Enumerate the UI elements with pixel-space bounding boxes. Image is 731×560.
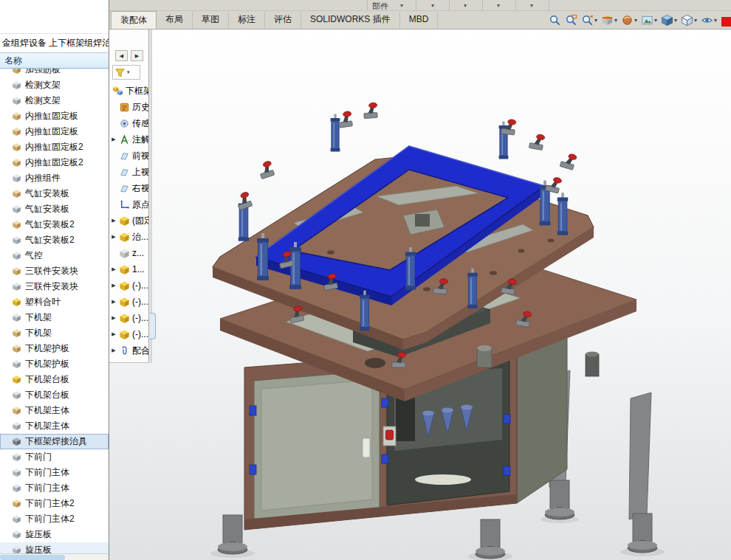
dropdown-arrow-icon[interactable]: ▾ <box>400 2 403 9</box>
parts-list-item[interactable]: 检测支架 <box>0 93 109 108</box>
zoom-fit-button[interactable] <box>548 12 562 28</box>
air-cylinder[interactable] <box>467 269 478 308</box>
apply-scene-button[interactable]: ▾ <box>640 12 658 28</box>
parts-list-item[interactable]: 下前门主体 <box>0 465 109 480</box>
feature-tree-item[interactable]: ▶治... <box>109 229 148 245</box>
parts-list-item[interactable]: 内推缸固定板 <box>0 108 109 124</box>
feature-tree-item[interactable]: ▶(-)... <box>109 310 148 326</box>
air-cylinder[interactable] <box>257 233 269 280</box>
parts-list-item[interactable]: 下前门主体2 <box>0 496 109 511</box>
parts-list-item[interactable]: 下机架台板 <box>0 387 109 403</box>
graphics-viewport[interactable]: ◀ ▶ ▾ 下框架 历史记录传感器▶注解前视基准面上视基准面右视基准面原点▶(固… <box>109 30 731 560</box>
ribbon-tab[interactable]: 标注 <box>229 11 265 29</box>
feature-tree-item[interactable]: 右视基准面 <box>109 180 148 196</box>
parts-list-item[interactable]: 气控 <box>0 248 109 263</box>
scrollbar-thumb[interactable] <box>0 555 65 560</box>
feature-tree-item[interactable]: ▶(固定)... <box>109 212 148 229</box>
parts-list-item[interactable]: 气缸安装板2 <box>0 217 109 232</box>
feature-tree-item[interactable]: 前视基准面 <box>109 148 148 164</box>
parts-list-item[interactable]: 气缸安装板 <box>0 186 109 201</box>
previous-view-button[interactable]: ▾ <box>580 12 598 28</box>
dropdown-arrow-icon[interactable]: ▾ <box>654 17 657 24</box>
ribbon-tab[interactable]: 草图 <box>193 11 229 29</box>
parts-list-item[interactable]: 下前门主体2 <box>0 511 109 527</box>
fm-forward-button[interactable]: ▶ <box>131 50 143 61</box>
dropdown-arrow-icon[interactable]: ▾ <box>464 2 467 9</box>
parts-list-item[interactable]: 内推组件 <box>0 170 109 186</box>
feature-tree-item[interactable]: 传感器 <box>109 115 148 131</box>
dropdown-arrow-icon[interactable]: ▾ <box>530 2 533 9</box>
ribbon-tab[interactable]: 布局 <box>157 11 193 29</box>
dropdown-arrow-icon[interactable]: ▾ <box>694 17 697 24</box>
air-cylinder[interactable] <box>360 291 370 331</box>
dropdown-arrow-icon[interactable]: ▾ <box>594 17 597 24</box>
air-cylinder[interactable] <box>557 193 568 235</box>
leveling-foot[interactable] <box>476 519 505 559</box>
leveling-foot[interactable] <box>218 515 247 554</box>
feature-tree-root[interactable]: 下框架 <box>109 83 148 99</box>
parts-list-item[interactable]: 下机架台板 <box>0 372 109 387</box>
parts-list-hscrollbar[interactable] <box>0 553 109 560</box>
feature-tree-item[interactable]: ▶(-)... <box>109 277 148 294</box>
parts-list-item[interactable]: 旋压板 <box>0 527 109 542</box>
dropdown-arrow-icon[interactable]: ▾ <box>714 17 717 24</box>
parts-list-item[interactable]: 检测支架 <box>0 77 109 93</box>
ribbon-tab[interactable]: 评估 <box>265 11 301 29</box>
feature-tree-item[interactable]: z... <box>109 245 148 261</box>
parts-list-item[interactable]: 三联件安装块 <box>0 279 109 294</box>
section-view-button[interactable]: ▾ <box>600 12 618 28</box>
expand-arrow-icon[interactable]: ▶ <box>111 331 117 337</box>
parts-list-item[interactable]: 三联件安装块 <box>0 263 109 279</box>
feature-tree-item[interactable]: 上视基准面 <box>109 164 148 180</box>
dropdown-arrow-icon[interactable]: ▾ <box>431 2 434 9</box>
parts-list-item[interactable]: 下机架 <box>0 310 109 325</box>
display-style-button[interactable]: ▾ <box>680 12 698 28</box>
parts-list-item[interactable]: 下机架护板 <box>0 341 109 356</box>
dropdown-arrow-icon[interactable]: ▾ <box>614 17 617 24</box>
dropdown-arrow-icon[interactable]: ▾ <box>674 17 677 24</box>
emergency-stop[interactable] <box>383 426 396 446</box>
expand-arrow-icon[interactable]: ▶ <box>111 283 117 288</box>
zoom-area-button[interactable] <box>564 12 578 28</box>
parts-list-item[interactable]: 下前门 <box>0 449 109 465</box>
feature-tree-item[interactable]: ▶配合 <box>109 342 148 359</box>
model-3d-view[interactable] <box>109 30 731 560</box>
fm-back-button[interactable]: ◀ <box>115 50 128 61</box>
parts-list-item[interactable]: 下机架护板 <box>0 356 109 372</box>
dropdown-arrow-icon[interactable]: ▾ <box>497 2 500 9</box>
parts-list-item[interactable]: 气缸安装板2 <box>0 232 109 248</box>
feature-tree-item[interactable]: ▶注解 <box>109 131 148 148</box>
task-pane-marker[interactable] <box>721 17 731 27</box>
expand-arrow-icon[interactable]: ▶ <box>111 136 117 142</box>
expand-arrow-icon[interactable]: ▶ <box>111 266 117 272</box>
edit-appearance-button[interactable]: ▾ <box>620 12 638 28</box>
air-cylinder[interactable] <box>331 114 340 151</box>
air-cylinder[interactable] <box>499 121 509 159</box>
filter-button[interactable]: ▾ <box>112 65 140 80</box>
expand-arrow-icon[interactable]: ▶ <box>111 315 117 321</box>
expand-arrow-icon[interactable]: ▶ <box>111 348 117 353</box>
ribbon-tab[interactable]: 装配体 <box>111 11 157 29</box>
parts-list-item[interactable]: 下机架 <box>0 325 109 341</box>
parts-list-item[interactable]: 塑料合叶 <box>0 294 109 310</box>
parts-list-item[interactable]: 下前门主体 <box>0 480 109 496</box>
feature-tree-item[interactable]: ▶1... <box>109 261 148 277</box>
parts-list-item[interactable]: 下机架主体 <box>0 403 109 418</box>
feature-tree-item[interactable]: 历史记录 <box>109 99 148 115</box>
parts-list-item[interactable]: 内推缸固定板2 <box>0 139 109 155</box>
feature-tree-item[interactable]: ▶(-)... <box>109 294 148 310</box>
feature-tree-item[interactable]: ▶(-)... <box>109 326 148 342</box>
ribbon-tab[interactable]: SOLIDWORKS 插件 <box>301 11 400 29</box>
leveling-foot[interactable] <box>628 514 657 553</box>
expand-arrow-icon[interactable]: ▶ <box>111 299 117 305</box>
dropdown-arrow-icon[interactable]: ▾ <box>634 17 637 24</box>
dropdown-arrow-icon[interactable]: ▾ <box>127 69 130 75</box>
expand-arrow-icon[interactable]: ▶ <box>111 234 117 240</box>
name-column-header[interactable]: 名称 <box>0 52 109 69</box>
parts-list-item[interactable]: 内推缸固定板2 <box>0 155 109 170</box>
parts-list-item[interactable]: 气缸安装板 <box>0 201 109 217</box>
view-orientation-button[interactable]: ▾ <box>660 12 678 28</box>
ribbon-group-label[interactable]: 部件 <box>372 1 388 12</box>
hide-show-items-button[interactable]: ▾ <box>700 12 718 28</box>
feature-tree-item[interactable]: 原点 <box>109 196 148 212</box>
